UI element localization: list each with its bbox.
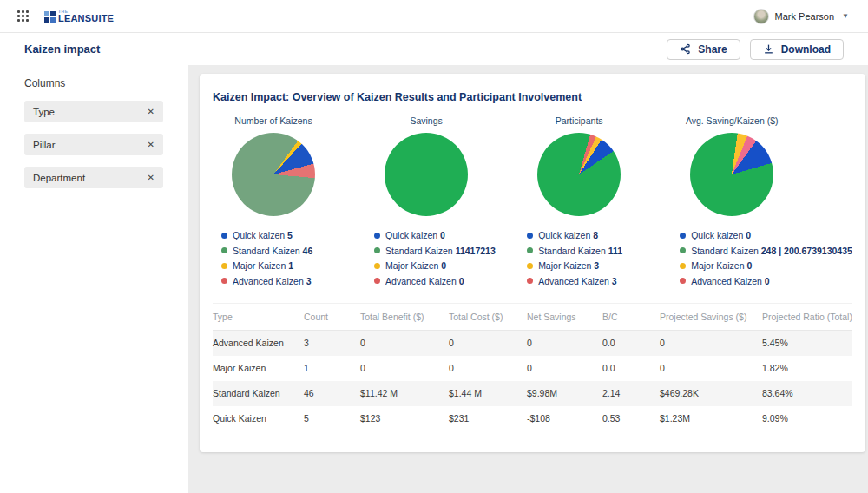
legend-label: Quick kaizen 0: [691, 230, 751, 240]
column-header: Type: [213, 304, 304, 330]
legend-label: Advanced Kaizen 0: [385, 276, 464, 286]
pie[interactable]: [232, 133, 315, 216]
legend-item[interactable]: Quick kaizen 5: [221, 230, 365, 240]
main-area: Kaizen Impact: Overview of Kaizen Result…: [188, 65, 868, 493]
table-cell: 0: [360, 356, 449, 381]
table-cell: 0: [660, 331, 762, 356]
pie[interactable]: [385, 133, 468, 216]
chart-legend: Quick kaizen 8Standard Kaizen 111Major K…: [527, 230, 671, 286]
topbar-left: THE LEANSUITE: [16, 9, 114, 23]
column-chip-pillar[interactable]: Pillar✕: [24, 134, 163, 155]
column-chip-department[interactable]: Department✕: [24, 167, 163, 188]
table-cell: $123: [360, 406, 449, 431]
card-title: Kaizen Impact: Overview of Kaizen Result…: [213, 91, 852, 103]
legend-label: Quick kaizen 0: [385, 230, 445, 240]
legend-dot: [221, 233, 227, 239]
legend-item[interactable]: Quick kaizen 0: [680, 230, 852, 240]
pie-chart: Avg. Saving/Kaizen ($)Quick kaizen 0Stan…: [671, 115, 852, 291]
chart-title: Avg. Saving/Kaizen ($): [674, 115, 789, 126]
table-cell: 0.0: [602, 356, 660, 381]
legend-item[interactable]: Standard Kaizen 11417213: [374, 246, 518, 256]
legend-item[interactable]: Standard Kaizen 111: [527, 246, 671, 256]
table-cell: $1.23M: [660, 406, 762, 431]
table-cell: $11.42 M: [360, 381, 449, 406]
table-cell: $9.98M: [527, 381, 602, 406]
column-header: Total Benefit ($): [360, 304, 449, 330]
legend-item[interactable]: Standard Kaizen 46: [221, 246, 365, 256]
legend-dot: [527, 233, 533, 239]
share-button[interactable]: Share: [667, 39, 740, 60]
legend-label: Quick kaizen 5: [233, 230, 293, 240]
legend-dot: [374, 278, 380, 284]
pie-chart: Number of KaizensQuick kaizen 5Standard …: [213, 115, 365, 291]
chart-title: Savings: [369, 115, 483, 126]
legend-item[interactable]: Major Kaizen 1: [221, 260, 365, 271]
legend-dot: [680, 278, 686, 284]
legend-item[interactable]: Advanced Kaizen 3: [527, 276, 671, 286]
legend-dot: [527, 263, 533, 269]
logo-mark-icon: [44, 11, 56, 23]
chart-legend: Quick kaizen 0Standard Kaizen 11417213Ma…: [374, 230, 518, 286]
table-row: Major Kaizen10000.001.82%: [213, 356, 852, 381]
table-cell: $231: [449, 406, 527, 431]
legend-label: Advanced Kaizen 3: [233, 276, 312, 286]
legend-item[interactable]: Advanced Kaizen 3: [221, 276, 365, 286]
close-icon[interactable]: ✕: [148, 173, 155, 182]
pie[interactable]: [537, 133, 621, 216]
legend-dot: [374, 263, 380, 269]
legend-item[interactable]: Major Kaizen 0: [374, 260, 518, 271]
table-cell: $469.28K: [660, 381, 762, 406]
legend-dot: [221, 247, 227, 253]
close-icon[interactable]: ✕: [148, 140, 155, 149]
legend-item[interactable]: Quick kaizen 8: [527, 230, 671, 240]
legend-dot: [680, 247, 686, 253]
table-row: Advanced Kaizen30000.005.45%: [213, 331, 852, 356]
table-row: Quick Kaizen5$123$231-$1080.53$1.23M9.09…: [213, 406, 852, 431]
legend-label: Standard Kaizen 248 | 200.6739130435: [691, 246, 852, 256]
close-icon[interactable]: ✕: [148, 107, 155, 116]
legend-label: Quick kaizen 8: [538, 230, 598, 240]
table-cell: 3: [304, 331, 360, 356]
column-header: Total Cost ($): [449, 304, 527, 330]
column-header: Net Savings: [527, 304, 602, 330]
legend-dot: [527, 278, 533, 284]
apps-grid-icon[interactable]: [16, 9, 30, 23]
leansuite-logo[interactable]: THE LEANSUITE: [44, 10, 114, 23]
avatar: [753, 9, 769, 24]
column-chip-type[interactable]: Type✕: [24, 101, 163, 122]
table-cell: 0: [449, 356, 527, 381]
chart-title: Number of Kaizens: [216, 115, 331, 126]
pie-charts-row: Number of KaizensQuick kaizen 5Standard …: [213, 115, 852, 291]
table-cell: 5.45%: [762, 331, 852, 356]
legend-dot: [374, 247, 380, 253]
pie-chart: ParticipantsQuick kaizen 8Standard Kaize…: [518, 115, 671, 291]
chart-legend: Quick kaizen 5Standard Kaizen 46Major Ka…: [221, 230, 365, 286]
table-cell: 0.0: [602, 331, 660, 356]
legend-label: Major Kaizen 1: [233, 260, 293, 271]
legend-label: Standard Kaizen 111: [538, 246, 622, 256]
legend-item[interactable]: Standard Kaizen 248 | 200.6739130435: [680, 246, 852, 256]
sidebar: Columns Type✕Pillar✕Department✕: [0, 65, 188, 493]
column-header: B/C: [602, 304, 660, 330]
legend-item[interactable]: Major Kaizen 3: [527, 260, 671, 271]
legend-item[interactable]: Advanced Kaizen 0: [680, 276, 852, 286]
legend-dot: [680, 233, 686, 239]
download-button-label: Download: [781, 43, 831, 56]
download-button[interactable]: Download: [750, 39, 844, 60]
legend-label: Advanced Kaizen 3: [538, 276, 617, 286]
user-menu[interactable]: Mark Pearson ▼: [753, 9, 849, 24]
column-header: Projected Savings ($): [660, 304, 762, 330]
chip-label: Type: [33, 107, 55, 117]
legend-label: Advanced Kaizen 0: [691, 276, 770, 286]
legend-dot: [374, 233, 380, 239]
table-cell: 1.82%: [762, 356, 852, 381]
column-chips: Type✕Pillar✕Department✕: [24, 101, 164, 188]
legend-item[interactable]: Advanced Kaizen 0: [374, 276, 518, 286]
legend-label: Major Kaizen 0: [385, 260, 446, 271]
column-header: Count: [304, 304, 360, 330]
legend-item[interactable]: Quick kaizen 0: [374, 230, 518, 240]
legend-item[interactable]: Major Kaizen 0: [680, 260, 852, 271]
content: Columns Type✕Pillar✕Department✕ Kaizen I…: [0, 65, 868, 493]
share-button-label: Share: [698, 43, 727, 56]
pie[interactable]: [690, 133, 773, 216]
